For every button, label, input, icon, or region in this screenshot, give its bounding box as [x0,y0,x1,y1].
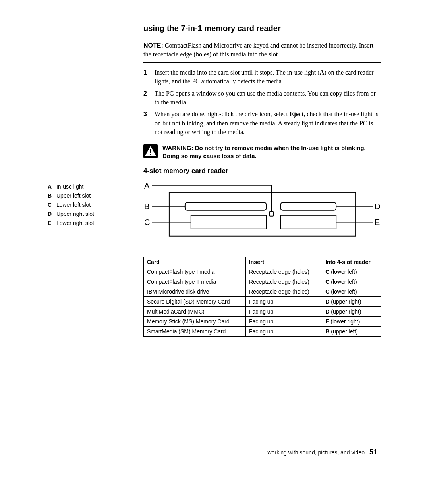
step-item: When you are done, right-click the drive… [143,110,381,137]
column-divider [131,24,131,421]
svg-text:A: A [144,181,150,190]
table-row: CompactFlash type II mediaReceptacle edg… [144,277,381,287]
legend-sidebar: A In-use light B Upper left slot C Lower… [48,24,123,421]
warning-icon [143,144,158,158]
legend-row: B Upper left slot [48,192,123,200]
warning-text: WARNING: Do not try to remove media when… [162,144,381,160]
section-title: using the 7-in-1 memory card reader [143,24,381,33]
main-content: using the 7-in-1 memory card reader NOTE… [139,24,381,421]
svg-rect-2 [150,149,151,153]
svg-rect-8 [280,202,336,210]
table-row: MultiMediaCard (MMC)Facing upD (upper ri… [144,306,381,316]
table-row: Memory Stick (MS) Memory CardFacing upE … [144,316,381,326]
step-item: Insert the media into the card slot unti… [143,68,381,86]
svg-text:E: E [375,218,380,227]
svg-text:D: D [375,202,380,211]
svg-text:C: C [144,218,150,227]
svg-rect-3 [150,154,151,155]
col-insert: Insert [245,257,322,267]
legend-row: D Upper right slot [48,210,123,218]
legend-row: C Lower left slot [48,201,123,209]
step-item: The PC opens a window so you can use the… [143,89,381,107]
svg-rect-5 [185,202,267,210]
card-table: Card Insert Into 4-slot reader CompactFl… [143,257,381,337]
divider [143,62,381,63]
svg-rect-9 [280,215,336,229]
warning-block: WARNING: Do not try to remove media when… [143,144,381,160]
page-footer: working with sound, pictures, and video5… [268,448,377,456]
table-row: Secure Digital (SD) Memory CardFacing up… [144,296,381,306]
col-card: Card [144,257,246,267]
note-block: NOTE: CompactFlash and Microdrive are ke… [143,41,381,59]
svg-rect-6 [191,215,267,229]
legend-row: E Lower right slot [48,219,123,227]
svg-rect-7 [269,212,273,216]
svg-text:B: B [144,202,149,211]
legend-row: A In-use light [48,183,123,191]
instruction-steps: Insert the media into the card slot unti… [143,68,381,137]
table-row: SmartMedia (SM) Memory CardFacing upB (u… [144,326,381,336]
card-reader-diagram: A B C D E [143,181,381,246]
table-row: IBM Microdrive disk driveReceptacle edge… [144,287,381,296]
svg-rect-4 [169,192,356,236]
table-row: CompactFlash type I mediaReceptacle edge… [144,267,381,277]
col-slot: Into 4-slot reader [322,257,381,267]
sub-heading: 4-slot memory card reader [143,167,381,175]
divider [143,38,381,38]
